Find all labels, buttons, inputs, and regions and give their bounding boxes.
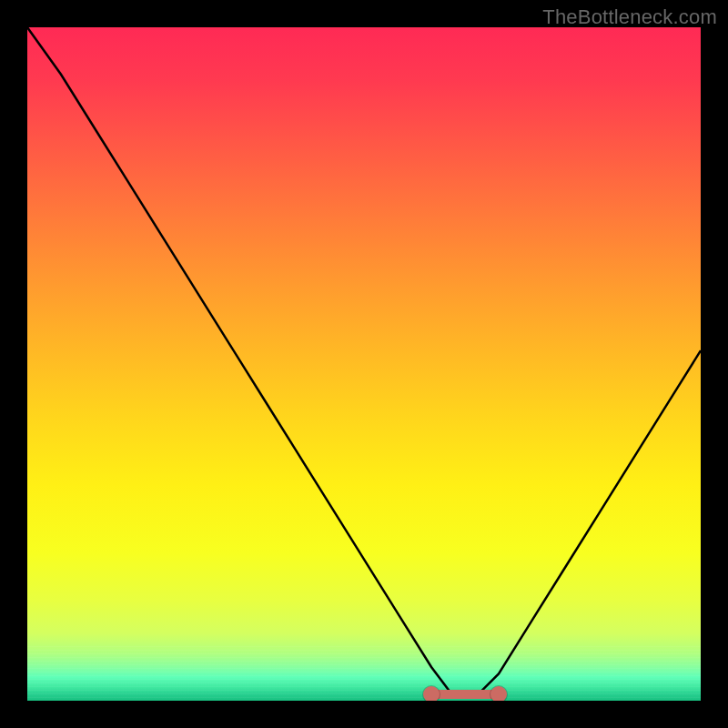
bottleneck-curve: [27, 27, 701, 701]
plot-area: [27, 27, 701, 701]
chart-frame: TheBottleneck.com: [0, 0, 728, 728]
trough-marker-right: [490, 686, 507, 701]
trough-marker-bar: [431, 690, 499, 699]
watermark-text: TheBottleneck.com: [542, 5, 717, 29]
trough-marker-left: [423, 686, 440, 701]
